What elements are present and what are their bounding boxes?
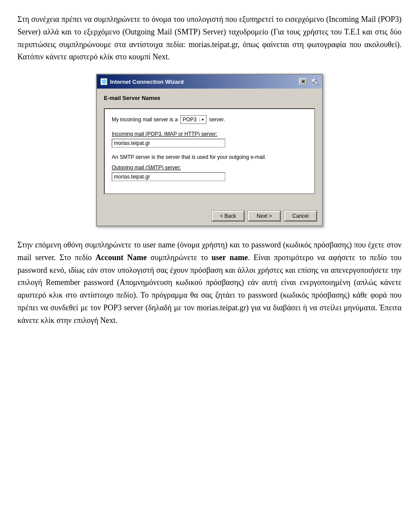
outgoing-mail-input[interactable]: morias.teipat.gr bbox=[112, 172, 225, 181]
next-button[interactable]: Next > bbox=[248, 211, 281, 221]
p2-account-bold: Account Name bbox=[96, 253, 147, 262]
p2-part2: συμπληρώνετε το bbox=[147, 253, 211, 262]
smtp-note-text: An SMTP server is the server that is use… bbox=[112, 154, 307, 161]
dialog-container: 🌐 Internet Connection Wizard ✕ ↖ E-mail … bbox=[17, 74, 402, 227]
dialog-title-text: Internet Connection Wizard bbox=[110, 79, 184, 85]
mail-server-type-row: My incoming mail server is a POP3 ▼ serv… bbox=[112, 115, 307, 124]
dropdown-value: POP3 bbox=[182, 117, 196, 123]
back-button[interactable]: < Back bbox=[212, 211, 244, 221]
dialog-icon: 🌐 bbox=[100, 78, 107, 85]
outgoing-mail-section: Outgoing mail (SMTP) server: morias.teip… bbox=[112, 165, 307, 181]
incoming-mail-section: Incoming mail (POP3, IMAP or HTTP) serve… bbox=[112, 131, 307, 148]
mail-server-prefix-text: My incoming mail server is a bbox=[112, 117, 178, 123]
dropdown-arrow-icon: ▼ bbox=[199, 118, 204, 122]
dialog-title-area: 🌐 Internet Connection Wizard bbox=[100, 78, 184, 85]
section-title: E-mail Server Names bbox=[104, 95, 315, 102]
paragraph-1-text: Στη συνέχεια πρέπει να συμπληρώνετε το ό… bbox=[17, 15, 402, 61]
dialog-inner-panel: My incoming mail server is a POP3 ▼ serv… bbox=[104, 108, 315, 194]
mail-server-suffix-text: server. bbox=[209, 117, 225, 123]
mail-server-dropdown[interactable]: POP3 ▼ bbox=[180, 115, 206, 124]
incoming-mail-label: Incoming mail (POP3, IMAP or HTTP) serve… bbox=[112, 131, 307, 137]
paragraph-2: Στην επόμενη οθόνη συμπληρώνετε το user … bbox=[17, 239, 402, 327]
cancel-button[interactable]: Cancel bbox=[284, 211, 317, 221]
incoming-mail-input[interactable]: morias.teipat.gr bbox=[112, 139, 225, 148]
paragraph-1: Στη συνέχεια πρέπει να συμπληρώνετε το ό… bbox=[17, 13, 402, 63]
outgoing-mail-label: Outgoing mail (SMTP) server: bbox=[112, 165, 307, 171]
close-button[interactable]: ✕ bbox=[299, 78, 307, 85]
dialog-buttons-row: < Back Next > Cancel bbox=[97, 207, 322, 226]
p2-username-bold: user name bbox=[212, 253, 248, 262]
p2-part3: . Είναι προτιμότερο να αφήσετε το πεδίο … bbox=[17, 253, 402, 325]
cursor-icon: ↖ bbox=[311, 76, 319, 87]
dialog-titlebar: 🌐 Internet Connection Wizard ✕ ↖ bbox=[97, 75, 322, 89]
dialog-body: E-mail Server Names My incoming mail ser… bbox=[97, 89, 322, 207]
internet-connection-wizard-dialog: 🌐 Internet Connection Wizard ✕ ↖ E-mail … bbox=[96, 74, 323, 227]
